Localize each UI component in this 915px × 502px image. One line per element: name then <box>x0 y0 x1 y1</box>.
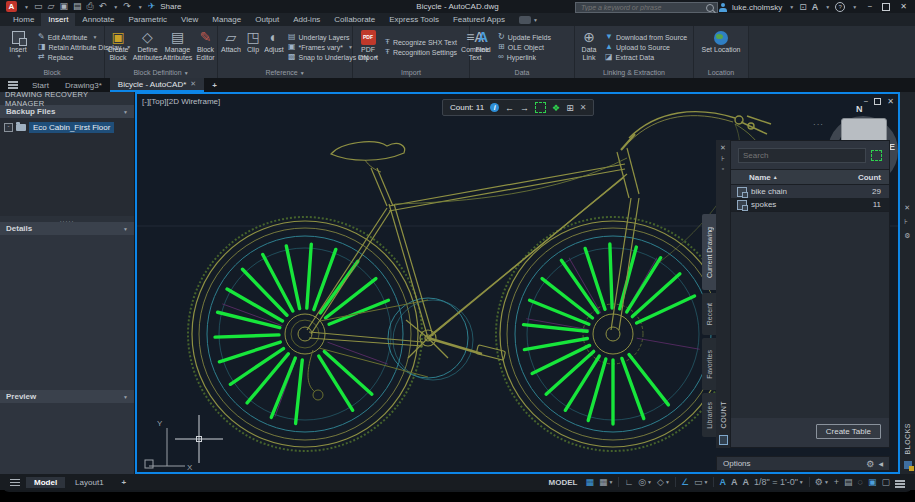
table-row-spokes[interactable]: spokes 11 <box>731 198 889 211</box>
app-menu-chevron-icon[interactable]: ▼ <box>24 4 29 10</box>
user-avatar-icon[interactable] <box>718 3 727 12</box>
viewport-close-icon[interactable]: ✕ <box>887 97 894 106</box>
viewport-restore-icon[interactable] <box>874 98 881 105</box>
panel-label-block-definition[interactable]: Block Definition <box>133 69 181 76</box>
new-drawing-button[interactable]: + <box>204 78 225 92</box>
isometric-drafting-icon[interactable]: ◇▼ <box>657 478 670 487</box>
field-button[interactable]: AField <box>472 27 494 67</box>
palette-search-input[interactable] <box>738 148 866 163</box>
isolate-objects-icon[interactable]: ◌ <box>858 478 863 487</box>
help-search-box[interactable] <box>575 2 718 13</box>
ribbon-tab-annotate[interactable]: Annotate <box>75 13 121 26</box>
manage-attributes-button[interactable]: ▤Manage Attributes <box>164 27 192 67</box>
search-icon[interactable] <box>706 4 714 12</box>
clean-screen-icon[interactable]: ▢ <box>881 478 890 487</box>
create-block-button[interactable]: ▣Create Block <box>105 27 132 67</box>
tree-item-label[interactable]: Eco Cabin_First Floor <box>29 122 114 133</box>
new-file-icon[interactable]: ▭ <box>34 2 43 11</box>
ribbon-tab-addins[interactable]: Add-ins <box>286 13 327 26</box>
close-count-icon[interactable]: ✕ <box>580 103 587 112</box>
ribbon-tab-insert[interactable]: Insert <box>41 13 75 26</box>
panel-label-data[interactable]: Data <box>515 69 530 76</box>
panel-label-reference[interactable]: Reference <box>265 69 297 76</box>
palette-page-icon[interactable] <box>719 435 728 445</box>
adjust-button[interactable]: ◐Adjust <box>264 27 284 67</box>
column-count[interactable]: Count <box>858 173 881 182</box>
object-snap-icon[interactable]: ▭▼ <box>694 478 708 487</box>
help-chevron-icon[interactable]: ▼ <box>852 4 857 10</box>
create-table-button[interactable]: Create Table <box>816 424 881 439</box>
blocks-pin-icon[interactable]: ⊦ <box>904 218 910 226</box>
app-logo-icon[interactable]: A <box>6 1 17 12</box>
ole-object-button[interactable]: ⊞OLE Object <box>498 43 551 51</box>
upload-to-source-button[interactable]: ▲Upload to Source <box>605 43 687 51</box>
recognize-shx-text-button[interactable]: ŦRecognize SHX Text <box>385 38 457 46</box>
attach-button[interactable]: ▱Attach <box>220 27 242 67</box>
options-label[interactable]: Options <box>723 459 751 468</box>
options-gear-icon[interactable]: ⚙ <box>866 459 874 469</box>
blocks-gear-icon[interactable]: ⚙ <box>904 232 910 240</box>
collapse-icon[interactable]: ▼ <box>123 394 128 400</box>
insert-counted-block-icon[interactable]: ❖ <box>552 103 560 113</box>
annotation-visibility-icon[interactable]: A <box>719 478 726 487</box>
help-icon[interactable]: ? <box>835 2 845 12</box>
panel-label-linking[interactable]: Linking & Extraction <box>603 69 665 76</box>
expand-icon[interactable]: - <box>4 123 13 132</box>
ribbon-tab-manage[interactable]: Manage <box>205 13 248 26</box>
file-tabs-menu-icon[interactable] <box>8 81 18 88</box>
plot-icon[interactable]: ▤ <box>73 2 82 11</box>
preview-header[interactable]: Preview▼ <box>0 390 134 403</box>
restore-button[interactable] <box>882 3 890 11</box>
redo-chevron-icon[interactable]: ▼ <box>138 4 143 10</box>
app-store-icon[interactable]: ⊡ <box>799 3 807 12</box>
collapse-icon[interactable]: ▼ <box>123 109 128 115</box>
close-button[interactable]: ✕ <box>900 2 907 11</box>
details-header[interactable]: Details▼ <box>0 222 134 235</box>
compass-north-label[interactable]: N <box>856 104 863 114</box>
count-select-icon[interactable] <box>871 150 882 161</box>
viewport-minimize-icon[interactable]: − <box>864 97 869 106</box>
print-icon[interactable]: ⎙ <box>86 2 93 11</box>
workspace-gear-icon[interactable]: ⚙▼ <box>815 478 829 487</box>
hyperlink-button[interactable]: ∞Hyperlink <box>498 53 551 61</box>
layout-menu-icon[interactable] <box>10 479 20 486</box>
ribbon-tab-output[interactable]: Output <box>248 13 286 26</box>
panel-label-import[interactable]: Import <box>401 69 421 76</box>
share-label[interactable]: Share <box>160 2 181 11</box>
snap-mode-icon[interactable]: ▦▼ <box>599 478 613 487</box>
ortho-toggle-icon[interactable]: ∟ <box>624 478 633 487</box>
object-snap-tracking-icon[interactable]: ∠ <box>681 478 689 487</box>
model-tab[interactable]: Model <box>26 477 65 488</box>
autodesk-chevron-icon[interactable]: ▼ <box>825 4 830 10</box>
close-tab-icon[interactable]: ✕ <box>190 80 196 88</box>
side-tab-current-drawing[interactable]: Current Drawing <box>702 214 716 290</box>
update-fields-button[interactable]: ↻Update Fields <box>498 33 551 41</box>
graphics-performance-icon[interactable]: ▣ <box>868 478 877 487</box>
undo-icon[interactable]: ↶ <box>99 2 107 11</box>
autodesk-icon[interactable]: A <box>812 3 819 12</box>
tree-item-eco-cabin[interactable]: - Eco Cabin_First Floor <box>0 121 134 133</box>
define-attributes-button[interactable]: ◇Define Attributes <box>134 27 162 67</box>
set-location-button[interactable]: Set Location <box>701 27 741 67</box>
viewcube-menu-dots[interactable]: ··· <box>813 120 824 129</box>
insert-block-button[interactable]: Insert▼ <box>2 27 34 67</box>
recognition-settings-button[interactable]: ŦRecognition Settings <box>385 48 457 56</box>
panel-label-location[interactable]: Location <box>708 69 734 76</box>
user-chevron-icon[interactable]: ▼ <box>789 4 794 10</box>
ribbon-tab-featured-apps[interactable]: Featured Apps <box>446 13 512 26</box>
next-instance-icon[interactable]: → <box>520 103 529 113</box>
undo-chevron-icon[interactable]: ▼ <box>113 4 118 10</box>
extract-data-button[interactable]: ◪Extract Data <box>605 53 687 61</box>
table-row-bike-chain[interactable]: bike chain 29 <box>731 185 889 198</box>
palette-pin-icon[interactable]: ⊦ <box>721 154 725 165</box>
options-collapse-icon[interactable]: ◀ <box>878 460 883 467</box>
redo-icon[interactable]: ↷ <box>123 2 131 11</box>
block-editor-button[interactable]: ✎Block Editor <box>194 27 218 67</box>
polar-tracking-icon[interactable]: ◎▼ <box>638 478 652 487</box>
new-layout-button[interactable]: + <box>114 477 135 488</box>
column-name[interactable]: Name <box>749 173 771 182</box>
clip-button[interactable]: ◳Clip <box>244 27 262 67</box>
pdf-import-button[interactable]: PDFPDF Import <box>355 27 381 67</box>
previous-instance-icon[interactable]: ← <box>505 103 514 113</box>
side-tab-libraries[interactable]: Libraries <box>702 393 716 437</box>
